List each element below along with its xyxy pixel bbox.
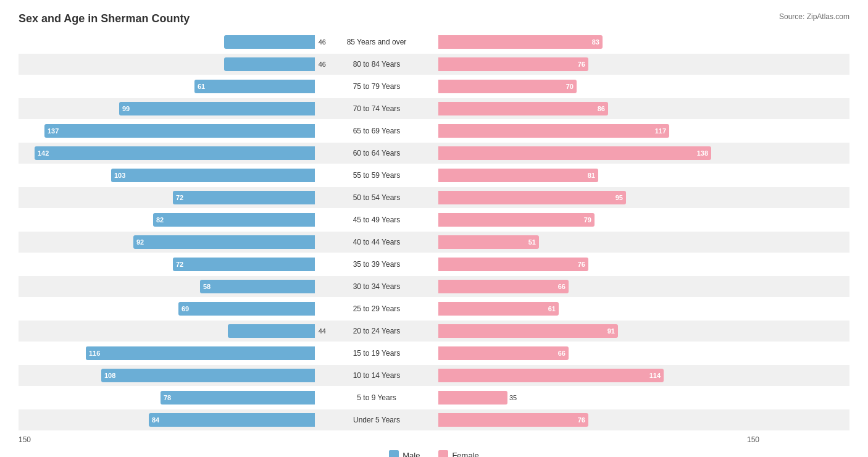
female-bar-section: 83 [438,31,735,52]
female-value-inside: 95 [612,194,626,201]
male-value-outside: 46 [319,38,326,46]
male-value-outside: 44 [319,327,326,335]
male-bar: 78 [161,391,315,405]
female-bar-section: 35 [438,387,735,408]
female-bar-section: 81 [438,165,735,186]
female-bar-section: 66 [438,343,735,364]
table-row: 13765 to 69 Years117 [19,120,849,141]
female-bar-section: 76 [438,54,735,75]
chart-container: Sex and Age in Sherman County Source: Zi… [0,0,868,457]
male-bar: 116 [86,346,315,360]
table-row: 10355 to 59 Years81 [19,165,849,186]
male-bar-section: 72 [19,187,315,208]
male-bar: 46 [224,57,315,71]
female-bar-section: 95 [438,187,735,208]
male-bar-section: 46 [19,31,315,52]
table-row: 10810 to 14 Years114 [19,365,849,386]
male-value-inside: 72 [173,261,186,268]
age-label: 35 to 39 Years [315,260,438,269]
male-value-inside: 137 [44,127,62,135]
female-bar: 138 [438,146,711,160]
male-bar: 103 [111,169,315,182]
male-value-inside: 69 [178,305,192,312]
male-bar-section: 116 [19,343,315,364]
male-bar-section: 92 [19,232,315,253]
table-row: 9240 to 44 Years51 [19,232,849,253]
male-bar: 142 [35,146,315,160]
female-bar-section: 76 [438,409,735,430]
age-label: 85 Years and over [315,38,438,46]
male-value-inside: 82 [153,216,167,224]
male-bar-section: 44 [19,321,315,342]
female-bar: 91 [438,324,618,338]
male-label: Male [403,451,420,458]
female-value-inside: 76 [575,61,588,68]
female-bar: 86 [438,102,608,115]
male-bar: 82 [153,213,315,227]
female-color-box [438,450,448,457]
male-value-inside: 78 [161,394,174,401]
female-bar-section: 86 [438,98,735,119]
age-label: 75 to 79 Years [315,82,438,91]
female-value-inside: 86 [595,105,608,112]
age-label: 60 to 64 Years [315,149,438,157]
female-value-inside: 138 [694,149,711,157]
female-bar-section: 70 [438,76,735,97]
female-bar: 83 [438,35,603,49]
table-row: 4685 Years and over83 [19,31,849,52]
male-color-box [389,450,399,457]
age-label: 50 to 54 Years [315,193,438,202]
male-bar-section: 58 [19,276,315,297]
male-bar: 108 [101,369,315,382]
male-value-inside: 84 [149,416,162,424]
male-bar-section: 69 [19,298,315,319]
male-bar-section: 61 [19,76,315,97]
female-bar: 76 [438,413,588,427]
female-bar: 81 [438,169,598,182]
male-value-inside: 92 [133,238,147,246]
female-bar: 70 [438,80,577,93]
female-bar-section: 117 [438,120,735,141]
female-bar: 117 [438,124,669,138]
female-value-inside: 51 [525,238,539,246]
female-bar-section: 79 [438,209,735,230]
age-label: 80 to 84 Years [315,60,438,69]
female-bar-section: 51 [438,232,735,253]
male-bar-section: 137 [19,120,315,141]
female-bar: 95 [438,191,626,204]
female-bar-section: 66 [438,276,735,297]
age-label: 15 to 19 Years [315,349,438,358]
female-value-inside: 81 [585,172,598,179]
male-bar-section: 78 [19,387,315,408]
female-bar: 35 [438,391,507,405]
male-value-inside: 99 [119,105,133,112]
male-bar-section: 82 [19,209,315,230]
female-value-inside: 70 [563,83,577,90]
female-value-outside: 35 [509,394,517,401]
male-value-inside: 72 [173,194,186,201]
female-bar: 79 [438,213,595,227]
table-row: 785 to 9 Years35 [19,387,849,408]
axis-right: 150 [451,435,759,444]
age-label: Under 5 Years [315,416,438,424]
table-row: 6925 to 29 Years61 [19,298,849,319]
female-label: Female [452,451,478,458]
male-bar-section: 84 [19,409,315,430]
female-value-inside: 79 [581,216,595,224]
male-bar-section: 142 [19,143,315,164]
female-value-inside: 114 [646,372,664,379]
female-bar: 114 [438,369,664,382]
male-bar-section: 103 [19,165,315,186]
female-value-inside: 83 [589,38,603,46]
female-bar: 66 [438,346,569,360]
female-bar: 76 [438,57,588,71]
legend: Male Female [19,450,849,457]
female-value-inside: 91 [604,327,618,335]
age-label: 5 to 9 Years [315,393,438,402]
age-label: 65 to 69 Years [315,127,438,135]
female-bar-section: 76 [438,254,735,275]
age-label: 20 to 24 Years [315,327,438,335]
axis-labels: 150 150 [19,435,849,444]
female-bar-section: 91 [438,321,735,342]
male-bar: 137 [44,124,315,138]
